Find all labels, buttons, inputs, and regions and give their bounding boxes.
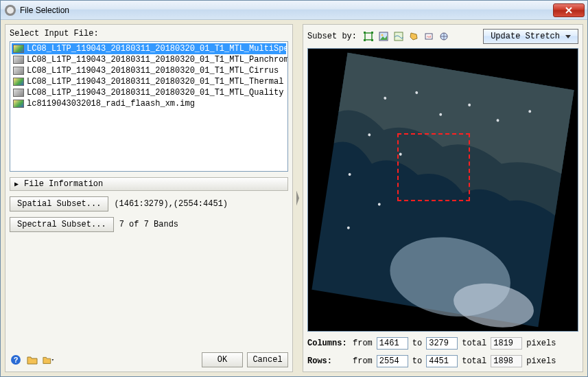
columns-total-output <box>491 337 522 350</box>
file-item[interactable]: lc8119043032018_radi_flaash_xm.img <box>12 98 286 109</box>
ok-button[interactable]: OK <box>202 352 243 367</box>
file-thumbnail-icon <box>13 89 24 97</box>
bottom-toolbar: ? OK Cancel <box>10 352 288 367</box>
image-preview[interactable] <box>307 48 578 332</box>
rows-to-input[interactable] <box>426 355 458 367</box>
dialog-window: File Selection Select Input File: LC08_L… <box>0 0 588 377</box>
file-item-label: LC08_L1TP_119043_20180311_20180320_01_T1… <box>27 77 283 87</box>
subset-region-icon[interactable] <box>362 30 375 43</box>
file-list[interactable]: LC08_L1TP_119043_20180311_20180320_01_T1… <box>10 41 288 172</box>
rows-from-input[interactable] <box>377 355 408 367</box>
close-button[interactable] <box>553 3 585 17</box>
cancel-button[interactable]: Cancel <box>247 352 288 367</box>
columns-to-input[interactable] <box>426 337 458 350</box>
file-thumbnail-icon <box>13 67 24 75</box>
select-file-label: Select Input File: <box>10 29 288 38</box>
file-item-label: LC08_L1TP_119043_20180311_20180320_01_T1… <box>27 66 279 76</box>
folder-dropdown-icon[interactable] <box>43 354 55 366</box>
file-item[interactable]: LC08_L1TP_119043_20180311_20180320_01_T1… <box>12 43 286 54</box>
columns-to-label: to <box>412 339 422 348</box>
file-item[interactable]: LC08_L1TP_119043_20180311_20180320_01_T1… <box>12 54 286 65</box>
spectral-subset-value: 7 of 7 Bands <box>119 220 178 229</box>
file-item[interactable]: LC08_L1TP_119043_20180311_20180320_01_T1… <box>12 76 286 87</box>
svg-rect-2 <box>365 33 372 40</box>
columns-from-input[interactable] <box>377 337 408 350</box>
file-item-label: lc8119043032018_radi_flaash_xm.img <box>27 99 195 108</box>
subset-geo-icon[interactable] <box>438 30 450 43</box>
spectral-subset-button[interactable]: Spectral Subset... <box>10 217 114 232</box>
columns-unit: pixels <box>526 339 556 348</box>
file-thumbnail-icon <box>13 100 24 108</box>
spatial-subset-button[interactable]: Spatial Subset... <box>10 196 108 212</box>
rows-to-label: to <box>412 356 422 366</box>
columns-label: Columns: <box>307 339 349 348</box>
spectral-subset-row: Spectral Subset... 7 of 7 Bands <box>10 217 288 232</box>
window-title: File Selection <box>20 5 553 15</box>
chevron-down-icon <box>565 35 571 38</box>
svg-rect-4 <box>371 32 373 34</box>
subset-map-icon[interactable] <box>392 30 405 43</box>
columns-from-label: from <box>353 339 373 348</box>
roi-selection-box[interactable] <box>397 133 470 201</box>
spatial-subset-value: (1461:3279),(2554:4451) <box>114 199 228 209</box>
svg-rect-6 <box>371 39 373 41</box>
dialog-content: Select Input File: LC08_L1TP_119043_2018… <box>1 20 587 376</box>
right-toolbar: Subset by: roi Update Stretch <box>307 29 578 44</box>
svg-text:?: ? <box>14 356 19 364</box>
subset-image-icon[interactable] <box>377 30 390 43</box>
svg-rect-3 <box>364 32 366 34</box>
file-information-header[interactable]: ▶ File Information <box>10 177 288 191</box>
update-stretch-label: Update Stretch <box>491 32 560 41</box>
subset-roi-icon[interactable]: roi <box>423 30 435 43</box>
spatial-subset-row: Spatial Subset... (1461:3279),(2554:4451… <box>10 196 288 212</box>
left-panel: Select Input File: LC08_L1TP_119043_2018… <box>5 24 293 372</box>
rows-total-output <box>491 355 522 367</box>
chevron-right-icon: ▶ <box>14 180 19 188</box>
svg-point-8 <box>381 34 384 36</box>
update-stretch-button[interactable]: Update Stretch <box>483 29 578 44</box>
panel-divider[interactable] <box>296 24 300 372</box>
open-folder-icon[interactable] <box>26 354 38 366</box>
close-icon <box>565 7 572 14</box>
rows-from-label: from <box>353 356 373 366</box>
file-item[interactable]: LC08_L1TP_119043_20180311_20180320_01_T1… <box>12 65 286 76</box>
subset-by-label: Subset by: <box>307 32 357 41</box>
file-information-label: File Information <box>24 179 103 189</box>
app-icon <box>5 5 16 16</box>
rows-unit: pixels <box>526 356 556 366</box>
file-item[interactable]: LC08_L1TP_119043_20180311_20180320_01_T1… <box>12 87 286 98</box>
subset-shapefile-icon[interactable] <box>408 30 420 43</box>
columns-row: Columns: from to total pixels <box>307 337 578 350</box>
rows-row: Rows: from to total pixels <box>307 355 578 367</box>
help-icon[interactable]: ? <box>10 354 22 366</box>
svg-rect-5 <box>364 39 366 41</box>
columns-total-label: total <box>462 339 486 348</box>
svg-text:roi: roi <box>427 34 431 38</box>
titlebar: File Selection <box>1 1 587 20</box>
file-item-label: LC08_L1TP_119043_20180311_20180320_01_T1… <box>27 88 283 98</box>
file-thumbnail-icon <box>13 45 24 53</box>
file-item-label: LC08_L1TP_119043_20180311_20180320_01_T1… <box>27 44 288 54</box>
rows-total-label: total <box>462 356 486 366</box>
divider-grip-icon <box>296 191 299 206</box>
file-item-label: LC08_L1TP_119043_20180311_20180320_01_T1… <box>27 55 288 65</box>
file-thumbnail-icon <box>13 78 24 86</box>
rows-label: Rows: <box>307 356 349 366</box>
right-panel: Subset by: roi Update Stretch <box>303 24 583 372</box>
file-thumbnail-icon <box>13 56 24 64</box>
